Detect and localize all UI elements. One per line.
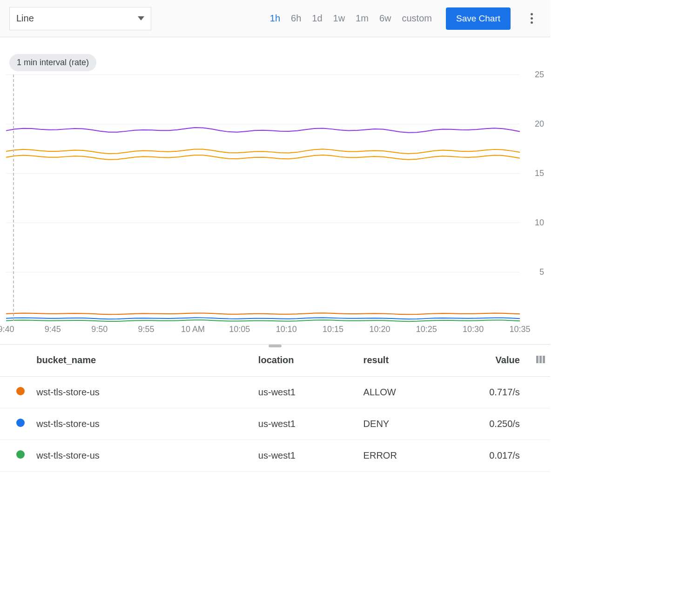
legend-location: us-west1 [258, 376, 363, 408]
time-range-option[interactable]: 1d [312, 13, 322, 24]
series-line[interactable] [6, 313, 520, 314]
legend-row[interactable]: wst-tls-store-usus-west1ALLOW0.717/s [0, 376, 550, 408]
chevron-down-icon [138, 16, 144, 20]
time-range-option[interactable]: 1m [356, 13, 369, 24]
legend-bucket: wst-tls-store-us [36, 408, 258, 440]
series-line[interactable] [6, 155, 520, 160]
time-cursor[interactable] [13, 74, 14, 321]
chart-area[interactable]: 1 min interval (rate) 510152025 9:409:45… [0, 37, 550, 345]
legend-result: DENY [363, 408, 462, 440]
time-range-option[interactable]: 1h [270, 13, 280, 24]
x-tick-label: 9:55 [138, 325, 155, 334]
y-tick-label: 20 [535, 119, 544, 129]
legend-bucket: wst-tls-store-us [36, 440, 258, 471]
time-range-option[interactable]: 6w [379, 13, 391, 24]
gridline [6, 124, 520, 124]
series-line[interactable] [6, 320, 520, 321]
kebab-dot-icon [531, 13, 533, 15]
x-tick-label: 10:20 [369, 325, 390, 334]
legend-col-location[interactable]: location [258, 345, 363, 376]
gridline [6, 74, 520, 75]
legend-result: ERROR [363, 440, 462, 471]
column-selector-button[interactable] [536, 356, 545, 363]
x-tick-label: 10:15 [323, 325, 343, 334]
legend-row[interactable]: wst-tls-store-usus-west1ERROR0.017/s [0, 440, 550, 471]
x-tick-label: 9:45 [45, 325, 61, 334]
y-tick-label: 10 [535, 218, 544, 228]
interval-pill: 1 min interval (rate) [9, 54, 96, 71]
series-line[interactable] [6, 149, 520, 154]
legend-col-result[interactable]: result [363, 345, 462, 376]
x-tick-label: 10 AM [181, 325, 205, 334]
legend-trailing [532, 376, 550, 408]
resize-handle[interactable] [269, 345, 282, 347]
chart-type-select[interactable]: Line [9, 7, 151, 30]
gridline [6, 272, 520, 272]
series-color-dot [16, 450, 25, 459]
kebab-dot-icon [531, 21, 533, 24]
legend-dot-cell [0, 440, 36, 471]
series-color-dot [16, 419, 25, 427]
y-tick-label: 5 [539, 267, 544, 277]
time-range-option[interactable]: 6h [291, 13, 301, 24]
legend-location: us-west1 [258, 408, 363, 440]
legend-dot-cell [0, 376, 36, 408]
x-axis: 9:409:459:509:5510 AM10:0510:1010:1510:2… [6, 325, 520, 339]
legend-value: 0.017/s [461, 440, 532, 471]
gridline [6, 173, 520, 174]
time-range-option[interactable]: 1w [333, 13, 345, 24]
x-tick-label: 10:35 [509, 325, 530, 334]
gridline [6, 223, 520, 223]
more-options-button[interactable] [522, 9, 541, 28]
legend-row[interactable]: wst-tls-store-usus-west1DENY0.250/s [0, 408, 550, 440]
legend-trailing [532, 408, 550, 440]
legend-table: bucket_name location result Value wst-tl… [0, 345, 550, 472]
plot-surface[interactable]: 510152025 [6, 74, 520, 321]
legend-col-bucket[interactable]: bucket_name [36, 345, 258, 376]
x-tick-label: 10:05 [229, 325, 250, 334]
series-line[interactable] [6, 318, 520, 319]
time-range-option[interactable]: custom [402, 13, 431, 24]
x-tick-label: 9:50 [91, 325, 108, 334]
legend-value: 0.717/s [461, 376, 532, 408]
legend-col-value[interactable]: Value [461, 345, 532, 376]
x-tick-label: 10:30 [463, 325, 484, 334]
kebab-dot-icon [531, 17, 533, 20]
time-range-picker: 1h6h1d1w1m6wcustom [270, 13, 432, 24]
save-chart-button[interactable]: Save Chart [446, 7, 511, 30]
y-tick-label: 25 [535, 70, 544, 80]
x-tick-label: 10:25 [416, 325, 437, 334]
legend-bucket: wst-tls-store-us [36, 376, 258, 408]
series-lines [6, 74, 520, 321]
y-tick-label: 15 [535, 169, 544, 178]
legend-result: ALLOW [363, 376, 462, 408]
x-tick-label: 10:10 [276, 325, 297, 334]
legend-col-selector [532, 345, 550, 376]
series-color-dot [16, 387, 25, 395]
legend-trailing [532, 440, 550, 471]
x-tick-label: 9:40 [0, 325, 14, 334]
toolbar: Line 1h6h1d1w1m6wcustom Save Chart [0, 0, 550, 37]
legend-header-row: bucket_name location result Value [0, 345, 550, 376]
legend-value: 0.250/s [461, 408, 532, 440]
series-line[interactable] [6, 128, 520, 133]
legend-dot-cell [0, 408, 36, 440]
chart-type-label: Line [16, 13, 34, 24]
toolbar-right: 1h6h1d1w1m6wcustom Save Chart [270, 7, 541, 30]
legend-location: us-west1 [258, 440, 363, 471]
legend-col-color [0, 345, 36, 376]
